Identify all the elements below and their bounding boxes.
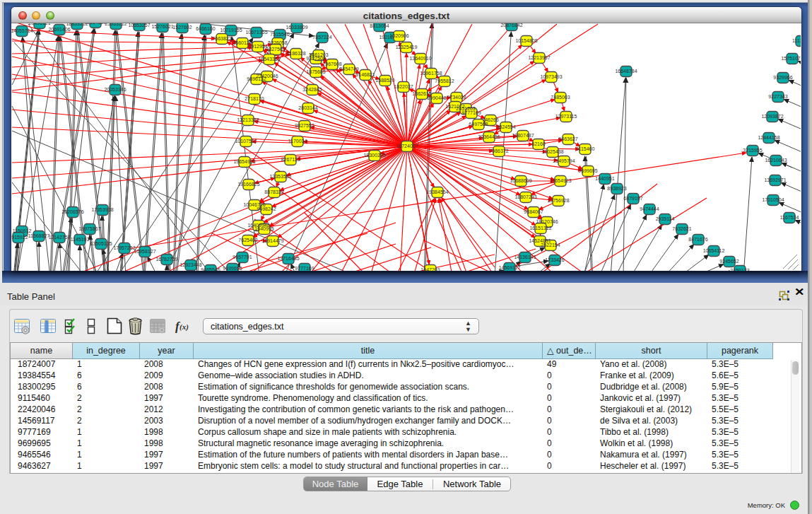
svg-text:10107552: 10107552 [235, 139, 257, 144]
svg-text:8990448: 8990448 [427, 95, 446, 100]
svg-text:9827552: 9827552 [295, 123, 314, 128]
svg-text:9777169: 9777169 [295, 266, 314, 271]
svg-text:9115460: 9115460 [576, 146, 595, 151]
svg-text:9465546: 9465546 [201, 267, 220, 271]
svg-text:7857224: 7857224 [312, 35, 331, 40]
svg-text:1167534: 1167534 [780, 215, 799, 220]
svg-text:20206576: 20206576 [61, 209, 83, 214]
svg-text:1440951: 1440951 [595, 176, 614, 181]
svg-text:6497568: 6497568 [469, 122, 488, 127]
svg-text:19654925: 19654925 [233, 159, 255, 164]
svg-text:2967608: 2967608 [322, 62, 341, 66]
svg-text:16782759: 16782759 [155, 257, 177, 262]
svg-text:5461203: 5461203 [309, 52, 328, 57]
svg-text:10958127: 10958127 [134, 249, 155, 254]
svg-text:8878332: 8878332 [264, 189, 283, 194]
svg-text:20053346: 20053346 [104, 87, 126, 92]
svg-text:7632621: 7632621 [672, 226, 691, 231]
svg-text:10688609: 10688609 [510, 178, 531, 183]
svg-text:21495794: 21495794 [553, 158, 575, 163]
svg-text:20496121: 20496121 [28, 23, 50, 25]
svg-text:3915912: 3915912 [11, 235, 28, 240]
svg-text:14055714: 14055714 [11, 28, 33, 33]
svg-text:2450123: 2450123 [730, 268, 749, 271]
svg-text:9734028: 9734028 [447, 95, 466, 100]
svg-text:7986372: 7986372 [489, 148, 508, 153]
svg-text:25953212: 25953212 [105, 23, 126, 26]
svg-text:14569117: 14569117 [499, 265, 521, 270]
svg-text:12213967: 12213967 [528, 55, 550, 60]
svg-text:1875685: 1875685 [306, 69, 325, 74]
svg-text:17353938: 17353938 [91, 207, 113, 212]
svg-text:8938923: 8938923 [607, 186, 626, 191]
svg-text:1145193: 1145193 [71, 237, 90, 242]
svg-text:1733426: 1733426 [545, 257, 564, 262]
svg-text:10654112: 10654112 [703, 248, 725, 253]
svg-text:13505135: 13505135 [90, 241, 112, 246]
svg-text:16648784: 16648784 [615, 69, 637, 74]
svg-text:13640910: 13640910 [409, 56, 431, 61]
svg-text:(x): (x) [180, 322, 189, 332]
svg-text:9777169: 9777169 [461, 110, 481, 115]
svg-text:1947203: 1947203 [420, 267, 440, 271]
svg-text:8267110: 8267110 [281, 157, 300, 162]
svg-text:15751074: 15751074 [781, 56, 801, 61]
svg-text:8813054: 8813054 [370, 23, 389, 28]
svg-text:10653257: 10653257 [128, 23, 150, 28]
svg-text:9896132: 9896132 [247, 76, 266, 81]
svg-text:9329966: 9329966 [773, 75, 792, 80]
svg-text:3912954: 3912954 [248, 44, 267, 49]
svg-text:1822037: 1822037 [394, 84, 413, 89]
svg-text:1150612: 1150612 [13, 228, 32, 233]
svg-text:6879197: 6879197 [623, 196, 642, 201]
svg-text:3824554: 3824554 [496, 124, 515, 129]
svg-text:9498242: 9498242 [257, 206, 276, 211]
svg-text:1020906: 1020906 [389, 33, 408, 38]
svg-text:1588520: 1588520 [375, 78, 394, 83]
svg-text:20364436: 20364436 [478, 134, 500, 139]
svg-text:9884067: 9884067 [524, 209, 543, 214]
svg-text:12093872: 12093872 [761, 114, 783, 119]
svg-text:16914479: 16914479 [261, 238, 283, 243]
svg-text:16210643: 16210643 [765, 158, 787, 163]
svg-text:9245652: 9245652 [719, 259, 739, 264]
svg-text:62160: 62160 [531, 141, 546, 146]
svg-text:16543362: 16543362 [258, 57, 280, 62]
svg-text:16151312: 16151312 [529, 226, 551, 230]
svg-text:20876842: 20876842 [500, 23, 522, 28]
svg-text:10973493: 10973493 [540, 74, 562, 79]
svg-text:12213383: 12213383 [237, 117, 259, 122]
svg-text:2522154: 2522154 [541, 243, 560, 247]
svg-text:19120746: 19120746 [536, 219, 558, 224]
svg-text:7625402: 7625402 [238, 238, 257, 243]
svg-text:2718170: 2718170 [245, 96, 264, 101]
svg-text:7955812: 7955812 [435, 78, 454, 83]
svg-text:19654923: 19654923 [549, 178, 571, 183]
svg-text:12444158: 12444158 [758, 135, 779, 140]
svg-text:19564321: 19564321 [84, 23, 106, 25]
svg-text:9699695: 9699695 [578, 168, 597, 173]
svg-text:15276021: 15276021 [151, 24, 173, 29]
svg-text:19756928: 19756928 [547, 198, 569, 203]
svg-text:9463627: 9463627 [558, 136, 577, 141]
svg-text:7515546: 7515546 [270, 32, 289, 37]
svg-text:10671355: 10671355 [245, 30, 267, 35]
svg-text:9227343: 9227343 [768, 94, 787, 99]
svg-text:3242845: 3242845 [302, 87, 322, 92]
svg-text:7485003: 7485003 [551, 95, 570, 100]
svg-text:16961758: 16961758 [420, 71, 442, 76]
svg-text:19384554: 19384554 [426, 189, 448, 194]
svg-text:9657791: 9657791 [233, 255, 252, 259]
svg-text:6466160: 6466160 [196, 26, 215, 31]
svg-text:2803144: 2803144 [298, 105, 317, 110]
svg-text:13692971: 13692971 [764, 177, 786, 182]
svg-text:19166825: 19166825 [237, 182, 259, 187]
svg-text:1112401: 1112401 [792, 38, 801, 43]
svg-text:11568827: 11568827 [28, 233, 50, 238]
svg-text:1170034: 1170034 [288, 139, 307, 144]
svg-text:14136141: 14136141 [514, 255, 536, 259]
svg-text:10807487: 10807487 [512, 133, 534, 138]
svg-text:5226058: 5226058 [268, 40, 287, 45]
svg-text:20691406: 20691406 [48, 27, 70, 32]
svg-text:1527602: 1527602 [172, 25, 192, 30]
